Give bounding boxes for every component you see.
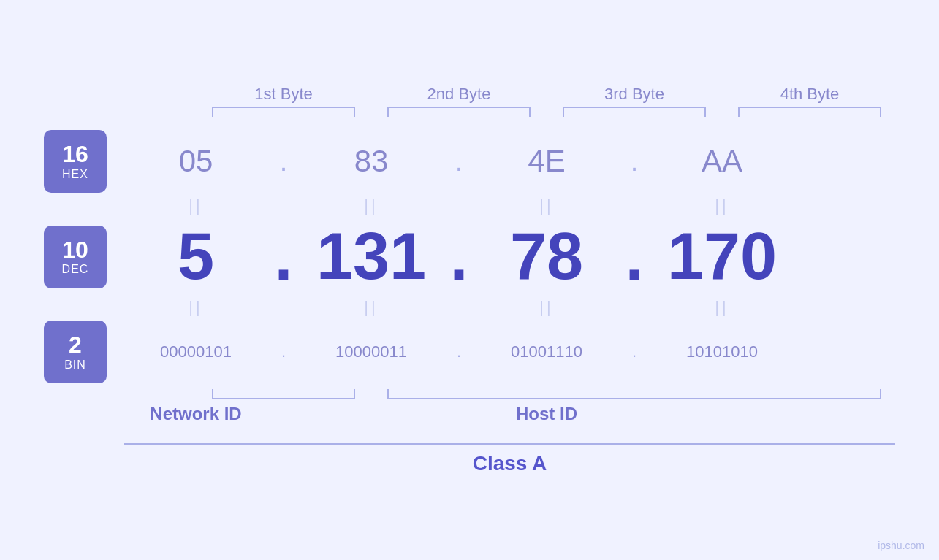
class-label: Class A — [124, 452, 895, 475]
dec-b4: 170 — [650, 219, 794, 294]
dec-badge: 10 DEC — [44, 226, 107, 288]
hex-dot3: . — [618, 146, 650, 177]
main-container: 1st Byte 2nd Byte 3rd Byte 4th Byte 16 H… — [0, 0, 939, 560]
host-id-label: Host ID — [300, 404, 794, 424]
byte4-header: 4th Byte — [738, 85, 881, 104]
bin-dot3: . — [618, 342, 650, 361]
dec-dot1: . — [267, 224, 300, 290]
dec-base-label: DEC — [62, 263, 89, 276]
byte3-header: 3rd Byte — [563, 85, 706, 104]
eq1-b1: || — [124, 196, 267, 215]
dec-b1: 5 — [124, 219, 267, 294]
eq2-b2: || — [300, 298, 443, 317]
bin-dot1: . — [267, 342, 300, 361]
hex-badge: 16 HEX — [44, 130, 107, 193]
dec-row: 10 DEC 5 . 131 . 78 . 170 — [44, 219, 895, 294]
bin-base-label: BIN — [64, 358, 86, 372]
bin-row: 2 BIN 00000101 . 10000011 . 01001110 . 1… — [44, 321, 895, 383]
hex-row: 16 HEX 05 . 83 . 4E . AA — [44, 130, 895, 193]
dec-dot3: . — [618, 224, 650, 290]
bin-badge: 2 BIN — [44, 321, 107, 383]
watermark: ipshu.com — [878, 540, 924, 551]
dec-dot2: . — [443, 224, 475, 290]
bin-dot2: . — [443, 342, 475, 361]
eq2-b3: || — [475, 298, 618, 317]
bin-b4: 10101010 — [650, 342, 794, 361]
eq1-b3: || — [475, 196, 618, 215]
byte1-header: 1st Byte — [212, 85, 355, 104]
network-id-label: Network ID — [124, 404, 267, 424]
eq2-b1: || — [124, 298, 267, 317]
dec-base-num: 10 — [62, 237, 88, 263]
dec-b2: 131 — [300, 219, 443, 294]
hex-dot2: . — [443, 146, 475, 177]
hex-b2: 83 — [300, 144, 443, 179]
byte2-header: 2nd Byte — [387, 85, 531, 104]
connector1-row: || || || || — [44, 193, 895, 219]
eq1-b2: || — [300, 196, 443, 215]
bin-base-num: 2 — [69, 332, 82, 358]
hex-base-num: 16 — [62, 142, 88, 167]
connector2-row: || || || || — [44, 294, 895, 321]
hex-dot1: . — [267, 146, 300, 177]
hex-b1: 05 — [124, 144, 267, 179]
bin-b1: 00000101 — [124, 342, 267, 361]
dec-b3: 78 — [475, 219, 618, 294]
eq2-b4: || — [650, 298, 794, 317]
hex-b4: AA — [650, 144, 794, 179]
eq1-b4: || — [650, 196, 794, 215]
bin-b2: 10000011 — [300, 342, 443, 361]
hex-base-label: HEX — [62, 168, 88, 181]
id-labels-row: Network ID Host ID — [44, 404, 895, 424]
hex-b3: 4E — [475, 144, 618, 179]
bin-b3: 01001110 — [475, 342, 618, 361]
